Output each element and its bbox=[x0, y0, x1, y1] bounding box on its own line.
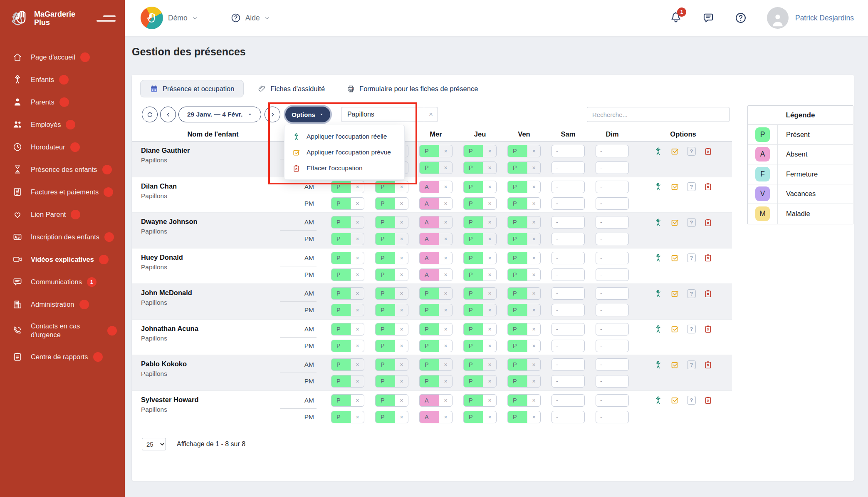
occupancy-cell-empty[interactable]: - bbox=[596, 323, 629, 335]
sidebar-item-children[interactable]: Enfants bbox=[0, 68, 125, 91]
row-action-apply-planned-icon[interactable] bbox=[670, 147, 679, 156]
occupancy-cell-empty[interactable]: - bbox=[551, 268, 585, 281]
clear-cell-button[interactable]: × bbox=[439, 252, 452, 264]
clear-cell-button[interactable]: × bbox=[439, 216, 452, 228]
notifications-button[interactable]: 1 bbox=[670, 11, 682, 25]
occupancy-status[interactable]: P bbox=[464, 395, 483, 406]
clear-cell-button[interactable]: × bbox=[483, 395, 496, 406]
tab-presence-occupation[interactable]: Présence et occupation bbox=[140, 80, 244, 97]
menu-item-apply-actual-occupancy[interactable]: Appliquer l'occupation réelle bbox=[284, 129, 404, 144]
clear-cell-button[interactable]: × bbox=[483, 359, 496, 370]
occupancy-status[interactable]: P bbox=[464, 162, 483, 174]
clear-cell-button[interactable]: × bbox=[351, 233, 364, 245]
next-week-button[interactable] bbox=[265, 107, 280, 122]
clear-cell-button[interactable]: × bbox=[395, 216, 408, 228]
occupancy-status[interactable]: P bbox=[331, 411, 351, 423]
clear-cell-button[interactable]: × bbox=[351, 395, 364, 406]
clear-cell-button[interactable]: × bbox=[527, 395, 540, 406]
occupancy-status[interactable]: P bbox=[464, 198, 483, 209]
occupancy-status[interactable]: P bbox=[376, 198, 395, 209]
occupancy-status[interactable]: P bbox=[420, 323, 439, 335]
clear-cell-button[interactable]: × bbox=[395, 375, 408, 387]
row-action-apply-planned-icon[interactable] bbox=[670, 218, 679, 227]
occupancy-status[interactable]: P bbox=[331, 233, 351, 245]
occupancy-cell-empty[interactable]: - bbox=[551, 304, 585, 316]
help-button[interactable] bbox=[734, 12, 747, 24]
sidebar-item-communications[interactable]: Communications 1 bbox=[0, 271, 125, 293]
occupancy-status[interactable]: P bbox=[420, 304, 439, 316]
clear-cell-button[interactable]: × bbox=[395, 269, 408, 281]
row-action-apply-actual-icon[interactable] bbox=[654, 360, 663, 369]
occupancy-status[interactable]: P bbox=[464, 304, 483, 316]
occupancy-status[interactable]: P bbox=[464, 359, 483, 370]
occupancy-status[interactable]: P bbox=[508, 233, 527, 245]
clear-cell-button[interactable]: × bbox=[527, 288, 540, 299]
occupancy-status[interactable]: P bbox=[508, 375, 527, 387]
clear-cell-button[interactable]: × bbox=[527, 198, 540, 209]
occupancy-status[interactable]: P bbox=[508, 181, 527, 193]
occupancy-status[interactable]: P bbox=[331, 288, 351, 299]
occupancy-cell-empty[interactable]: - bbox=[551, 181, 585, 193]
occupancy-cell-empty[interactable]: - bbox=[551, 411, 585, 423]
occupancy-status[interactable]: P bbox=[508, 323, 527, 335]
occupancy-status[interactable]: P bbox=[420, 340, 439, 352]
occupancy-cell-empty[interactable]: - bbox=[596, 358, 629, 371]
occupancy-status[interactable]: P bbox=[331, 395, 351, 406]
row-action-help-icon[interactable]: ? bbox=[687, 396, 696, 405]
occupancy-status[interactable]: P bbox=[420, 288, 439, 299]
occupancy-status[interactable]: P bbox=[376, 411, 395, 423]
occupancy-cell-empty[interactable]: - bbox=[551, 145, 585, 157]
occupancy-status[interactable]: A bbox=[420, 233, 439, 245]
occupancy-status[interactable]: P bbox=[508, 216, 527, 228]
messages-button[interactable] bbox=[702, 12, 715, 24]
occupancy-status[interactable]: P bbox=[331, 252, 351, 264]
clear-cell-button[interactable]: × bbox=[483, 340, 496, 352]
occupancy-status[interactable]: P bbox=[331, 359, 351, 370]
clear-cell-button[interactable]: × bbox=[439, 181, 452, 193]
occupancy-cell-empty[interactable]: - bbox=[596, 197, 629, 210]
clear-cell-button[interactable]: × bbox=[395, 252, 408, 264]
sidebar-item-parents[interactable]: Parents bbox=[0, 91, 125, 113]
occupancy-status[interactable]: P bbox=[331, 304, 351, 316]
occupancy-status[interactable]: P bbox=[376, 181, 395, 193]
occupancy-cell-empty[interactable]: - bbox=[596, 252, 629, 264]
occupancy-status[interactable]: P bbox=[376, 304, 395, 316]
options-button[interactable]: Options bbox=[285, 107, 330, 122]
occupancy-cell-empty[interactable]: - bbox=[596, 375, 629, 388]
occupancy-status[interactable]: P bbox=[420, 359, 439, 370]
clear-cell-button[interactable]: × bbox=[351, 198, 364, 209]
occupancy-status[interactable]: P bbox=[464, 375, 483, 387]
occupancy-cell-empty[interactable]: - bbox=[551, 394, 585, 407]
occupancy-status[interactable]: P bbox=[508, 288, 527, 299]
sidebar-item-emergency-contacts[interactable]: Contacts en cas d'urgence bbox=[0, 316, 125, 345]
row-action-help-icon[interactable]: ? bbox=[687, 182, 696, 191]
clear-cell-button[interactable]: × bbox=[527, 411, 540, 423]
sidebar-item-child-registration[interactable]: Inscription des enfants bbox=[0, 226, 125, 248]
clear-cell-button[interactable]: × bbox=[483, 198, 496, 209]
row-action-help-icon[interactable]: ? bbox=[687, 360, 696, 369]
clear-cell-button[interactable]: × bbox=[351, 323, 364, 335]
sidebar-item-home[interactable]: Page d'accueil bbox=[0, 46, 125, 68]
occupancy-cell-empty[interactable]: - bbox=[596, 233, 629, 245]
row-action-help-icon[interactable]: ? bbox=[687, 253, 696, 262]
occupancy-cell-empty[interactable]: - bbox=[551, 358, 585, 371]
date-range-picker[interactable]: 29 Janv. — 4 Févr. bbox=[178, 107, 261, 122]
row-action-clear-icon[interactable] bbox=[704, 218, 712, 227]
clear-cell-button[interactable]: × bbox=[439, 395, 452, 406]
occupancy-status[interactable]: A bbox=[420, 269, 439, 281]
clear-cell-button[interactable]: × bbox=[527, 233, 540, 245]
row-action-help-icon[interactable]: ? bbox=[687, 325, 696, 333]
refresh-button[interactable] bbox=[142, 107, 158, 122]
occupancy-cell-empty[interactable]: - bbox=[596, 181, 629, 193]
clear-cell-button[interactable]: × bbox=[395, 323, 408, 335]
occupancy-status[interactable]: P bbox=[464, 252, 483, 264]
occupancy-status[interactable]: P bbox=[508, 145, 527, 157]
row-action-apply-actual-icon[interactable] bbox=[654, 253, 663, 262]
row-action-apply-planned-icon[interactable] bbox=[670, 360, 679, 369]
clear-cell-button[interactable]: × bbox=[483, 323, 496, 335]
row-action-clear-icon[interactable] bbox=[704, 182, 712, 191]
occupancy-cell-empty[interactable]: - bbox=[596, 145, 629, 157]
row-action-clear-icon[interactable] bbox=[704, 253, 712, 262]
row-action-apply-planned-icon[interactable] bbox=[670, 396, 679, 405]
occupancy-status[interactable]: P bbox=[508, 269, 527, 281]
